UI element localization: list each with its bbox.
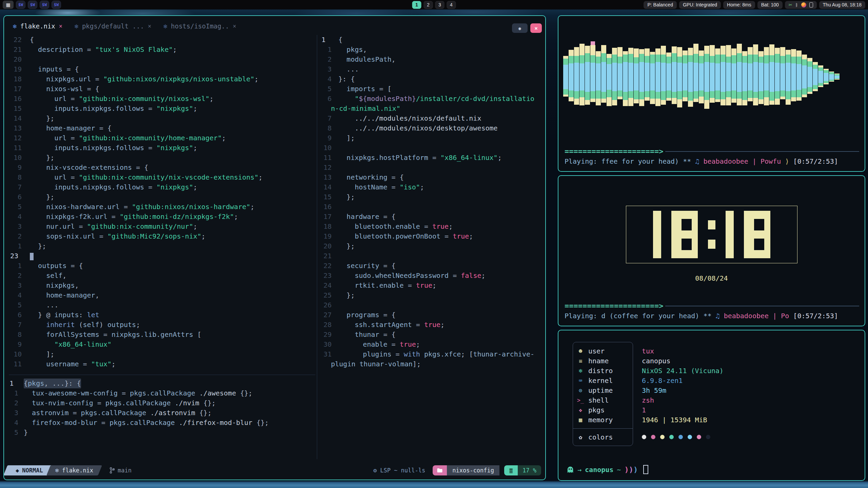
code-line: 3 ... [319,64,542,74]
code-line: 16 url = "github:nix-community/nixos-wsl… [7,94,317,104]
shell-prompt[interactable]: → canopus ~ ))) [567,465,648,474]
mode-label: NORMAL [22,467,43,474]
workspace-tag-1[interactable]: 1 [412,1,421,9]
horizontal-split[interactable] [9,374,315,375]
line-number: 5 [7,202,30,212]
visualizer-column [639,23,644,106]
tasklist-item[interactable]: $W [52,1,61,9]
visualizer-column [661,23,666,105]
line-number: 26 [319,300,338,310]
code-line: 7 ../../modules/nixos/default.nix [319,114,542,123]
line-number: 4 [7,290,30,300]
workspace-tag-4[interactable]: 4 [447,1,456,9]
line-number: 6 [7,310,30,320]
code-line: 21 [319,251,542,261]
ghost-icon [567,466,574,473]
now-playing-segment: Powfu [761,157,781,165]
visualizer-column [617,23,623,99]
system-fetch: ☻usertux≡hnamecanopus❄distroNixOS 24.11 … [573,342,724,446]
code-line: 6 } @ inputs: let [7,310,317,320]
workspace-tag-3[interactable]: 3 [435,1,445,9]
color-dot [706,435,710,439]
code-line: 1 pkgs, [319,45,542,55]
code-line: 7 inputs.nixpkgs.follows = "nixpkgs"; [7,182,317,192]
line-number: 23 [7,251,30,261]
buffer-tab[interactable]: ❄flake.nix× [13,22,62,30]
tab-label: hosts/isoImag.. [171,22,229,30]
buffer-tab[interactable]: ❄hosts/isoImag..× [163,22,236,30]
line-number: 8 [7,330,30,340]
now-playing-segment: | [769,312,781,320]
tab-close-icon[interactable]: × [148,23,151,29]
code-line: 14 }; [7,114,317,123]
code-line: 22 security = { [319,261,542,271]
line-number: 16 [7,94,30,104]
line-number: 24 [319,281,338,290]
line-number: 28 [319,320,338,330]
code-line: 25 }; [319,290,542,300]
line-number: 3 [7,408,24,418]
workspace-tag-2[interactable]: 2 [424,1,433,9]
project-segment: nixos-config [447,465,499,475]
tasklist-item[interactable]: $W [28,1,37,9]
now-playing-segment: beabadoobee [724,312,769,320]
code-line: 1{pkgs, ...}: { [7,379,317,388]
now-playing-segment: | [748,157,761,165]
titlebar-close-button[interactable]: × [530,23,542,33]
titlebar-pin-button[interactable]: ◉ [512,23,528,33]
visualizer-pink-pixel [591,41,595,45]
code-line: 19 bluetooth.powerOnBoot = true; [319,231,542,241]
tasklist-item[interactable]: $W [16,1,25,9]
clock-digit-1 [726,211,734,258]
code-line: 18 nixpkgs.url = "github:nixos/nixpkgs/n… [7,74,317,84]
statusline: ◆ NORMAL ❄ flake.nix main ⚙ LSP ~ null-l… [8,465,541,475]
tab-close-icon[interactable]: × [233,23,236,29]
device-icon[interactable] [809,2,813,7]
visualizer-terminal-window: =====================> Playing: ffee for… [558,15,865,172]
fetch-value: 3h 59m [642,386,666,394]
network-icon[interactable]: ✂ [789,3,792,7]
code-line: 13 home-manager = { [7,123,317,133]
buffer-tab[interactable]: ❄pkgs/default ...× [75,22,151,30]
fetch-terminal-window: ☻usertux≡hnamecanopus❄distroNixOS 24.11 … [558,330,865,481]
visualizer-column [590,23,595,102]
now-playing-segment: ⟩ [781,157,793,165]
fire-icon[interactable] [801,2,806,7]
line-number: 12 [319,163,338,172]
tab-close-icon[interactable]: × [59,23,62,29]
vim-icon: ◆ [16,467,19,474]
code-line: 9 ]; [319,133,542,143]
line-number: 11 [7,359,30,369]
bluetooth-icon[interactable]: ᛒ [795,3,798,7]
code-line: 13 networking = { [319,172,542,182]
code-line: 27 programs = { [319,310,542,320]
visualizer-column [753,23,758,105]
code-line: 9 "x86_64-linux" [7,340,317,349]
visualizer-column [786,23,791,105]
tasklist-item[interactable]: $W [40,1,49,9]
close-icon: × [534,25,538,32]
line-number: 1 [319,35,338,45]
line-number: 30 [319,340,338,349]
iso-image-pane[interactable]: 1{1 pkgs,2 modulesPath,3 ...4}: {5 impor… [317,35,542,459]
visualizer-column [824,23,829,84]
fetch-value: canopus [642,357,670,365]
line-number: 20 [7,55,30,64]
app-launcher-button[interactable]: ▦ [3,1,14,9]
status-pill: Home: 8ms [723,1,755,9]
visualizer-column [829,23,834,82]
visualizer-column [737,23,742,105]
flake-nix-pane[interactable]: 22{21 description = "tux's NixOS Flake";… [7,35,317,370]
visualizer-column [699,23,704,103]
line-number: 14 [319,182,338,192]
now-playing-segment: d (coffee for your head) ** [601,312,715,320]
line-number: 1 [7,261,30,271]
code-line: 23 [7,251,317,261]
color-dot [651,435,655,439]
line-number: 8 [7,172,30,182]
code-line: 14 hostName = "iso"; [319,182,542,192]
line-number: 3 [7,222,30,231]
visualizer-column [688,23,693,107]
pkgs-default-pane[interactable]: 1{pkgs, ...}: {1 tux-awesome-wm-config =… [7,379,317,459]
code-line: 5 imports = [ [319,84,542,94]
